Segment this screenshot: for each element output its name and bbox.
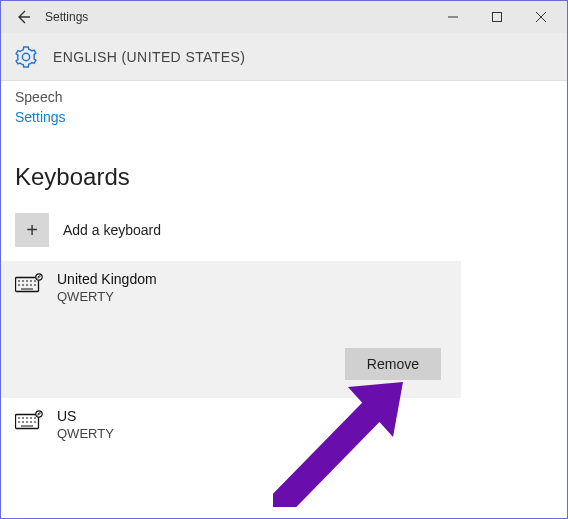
keyboard-icon [15, 273, 43, 293]
plus-icon: + [15, 213, 49, 247]
window-title: Settings [45, 10, 431, 24]
keyboard-item-selected[interactable]: United Kingdom QWERTY Remove [1, 261, 461, 398]
remove-button[interactable]: Remove [345, 348, 441, 380]
add-keyboard-button[interactable]: + Add a keyboard [1, 207, 567, 253]
maximize-icon [492, 12, 502, 22]
titlebar: Settings [1, 1, 567, 33]
minimize-button[interactable] [431, 1, 475, 33]
keyboard-item[interactable]: US QWERTY [1, 398, 567, 453]
nav-speech[interactable]: Speech [15, 87, 553, 107]
language-header: ENGLISH (UNITED STATES) [1, 33, 567, 81]
close-button[interactable] [519, 1, 563, 33]
maximize-button[interactable] [475, 1, 519, 33]
keyboard-layout: QWERTY [57, 426, 114, 441]
nav-settings[interactable]: Settings [15, 107, 553, 127]
keyboard-icon [15, 410, 43, 430]
language-header-title: ENGLISH (UNITED STATES) [53, 49, 245, 65]
close-icon [536, 12, 546, 22]
keyboards-heading: Keyboards [1, 133, 567, 207]
window-controls [431, 1, 563, 33]
keyboard-name: United Kingdom [57, 271, 157, 287]
gear-icon [15, 46, 37, 68]
minimize-icon [448, 12, 458, 22]
top-nav: Speech Settings [1, 81, 567, 133]
back-arrow-icon [15, 9, 31, 25]
svg-rect-0 [493, 13, 502, 22]
keyboard-name: US [57, 408, 114, 424]
keyboard-layout: QWERTY [57, 289, 157, 304]
back-button[interactable] [5, 1, 41, 33]
add-keyboard-label: Add a keyboard [63, 222, 161, 238]
